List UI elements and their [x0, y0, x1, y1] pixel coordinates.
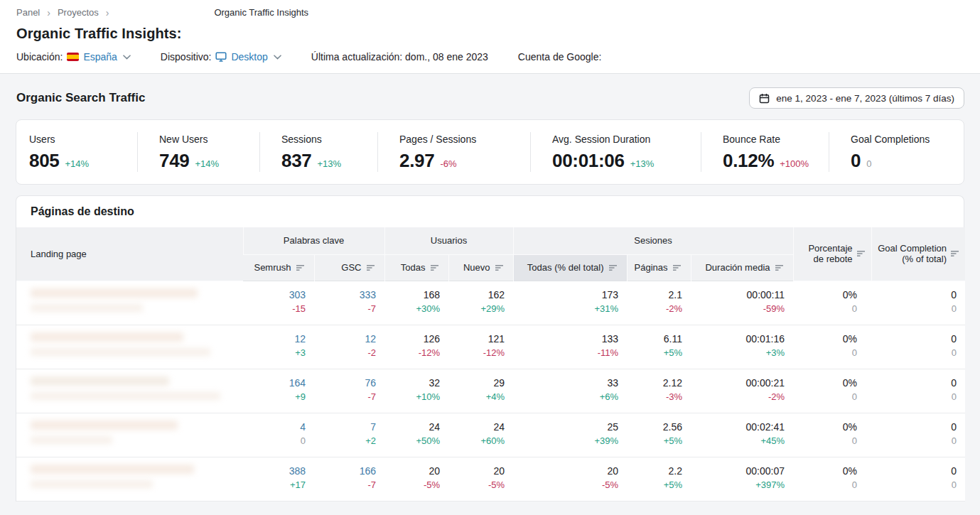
metric-users: Users805+14%: [16, 132, 137, 172]
landing-page-cell[interactable]: [16, 325, 243, 369]
column-header-users-all[interactable]: Todas: [384, 254, 448, 281]
cell-value: 20: [384, 465, 440, 478]
cell-value-link[interactable]: 4: [243, 421, 306, 434]
cell-delta: -7: [314, 302, 376, 316]
redacted-landing-page: [31, 480, 153, 488]
cell-delta: +31%: [513, 302, 618, 316]
cell-value: 00:01:16: [691, 332, 785, 346]
cell-value: 32: [384, 376, 440, 390]
cell-goal-completion: 00: [871, 369, 965, 413]
metric-pages-sessions: Pages / Sessions2.97-6%: [377, 132, 530, 172]
landing-pages-card: Páginas de destino Landing page Palabras…: [16, 195, 964, 502]
breadcrumb-current: Organic Traffic Insights: [214, 7, 308, 18]
cell-semrush[interactable]: 40: [243, 413, 314, 457]
column-header-goal-completion[interactable]: Goal Completion (% of total): [871, 227, 965, 281]
cell-gsc[interactable]: 76-7: [314, 369, 384, 413]
cell-gsc[interactable]: 166-7: [314, 457, 384, 501]
cell-delta: +397%: [691, 478, 785, 492]
metric-value: 837: [281, 150, 311, 172]
device-filter[interactable]: Dispositivo: Desktop: [161, 51, 281, 63]
cell-gsc[interactable]: 333-7: [314, 281, 384, 325]
table-row: 303-15333-7168+30%162+29%173+31%2.1-2%00…: [16, 281, 965, 325]
cell-value-link[interactable]: 333: [314, 288, 376, 302]
table-row: 407+224+50%24+60%25+39%2.56+5%00:02:41+4…: [16, 413, 965, 457]
cell-delta: +2: [314, 434, 376, 448]
cell-sessions-pages: 2.2+5%: [627, 457, 691, 501]
table-row: 388+17166-720-5%20-5%20-5%2.2+5%00:00:07…: [16, 457, 965, 501]
column-header-sessions-pages[interactable]: Páginas: [627, 254, 691, 281]
breadcrumb-proyectos[interactable]: Proyectos: [58, 7, 99, 18]
last-update-text: Última actualización: dom., 08 ene 2023: [311, 51, 488, 63]
cell-goal-completion: 00: [871, 457, 965, 501]
cell-value: 24: [448, 421, 505, 434]
device-filter-label: Dispositivo:: [161, 51, 212, 63]
metric-delta: 0: [866, 158, 871, 169]
goal-completion-header-label: Goal Completion (% of total): [878, 243, 947, 264]
cell-semrush[interactable]: 388+17: [243, 457, 314, 501]
column-header-bounce-rate[interactable]: Porcentaje de rebote: [793, 227, 871, 281]
column-header-sessions-all[interactable]: Todas (% del total): [513, 254, 627, 281]
cell-delta: +3: [243, 346, 306, 360]
cell-value-link[interactable]: 12: [243, 332, 306, 346]
date-range-button[interactable]: ene 1, 2023 - ene 7, 2023 (últimos 7 día…: [749, 87, 964, 109]
sort-icon: [775, 264, 784, 271]
landing-page-cell[interactable]: [16, 457, 243, 501]
metric-value: 0.12%: [723, 150, 774, 172]
cell-value: 25: [513, 421, 618, 434]
spain-flag-icon: [67, 53, 79, 61]
metric-value: 749: [159, 150, 189, 172]
cell-delta: +50%: [384, 434, 440, 448]
breadcrumb-panel[interactable]: Panel: [16, 7, 40, 18]
cell-value-link[interactable]: 303: [243, 288, 306, 302]
cell-delta: -7: [314, 390, 376, 404]
column-header-users-new[interactable]: Nuevo: [448, 254, 513, 281]
metric-value: 00:01:06: [552, 150, 625, 172]
cell-semrush[interactable]: 303-15: [243, 281, 314, 325]
cell-value-link[interactable]: 164: [243, 376, 306, 390]
cell-delta: 0: [871, 390, 957, 404]
redacted-landing-page: [31, 348, 210, 356]
cell-users-new: 29+4%: [448, 369, 513, 413]
metric-value: 0: [851, 150, 861, 172]
cell-goal-completion: 00: [871, 281, 965, 325]
sort-icon: [857, 250, 866, 257]
filter-bar: Ubicación: España Dispositivo: Desktop Ú…: [16, 51, 964, 63]
cell-delta: 0: [871, 478, 957, 492]
location-filter[interactable]: Ubicación: España: [16, 51, 131, 63]
cell-delta: -12%: [448, 346, 505, 360]
metric-label: Pages / Sessions: [399, 134, 522, 145]
cell-value-link[interactable]: 7: [314, 421, 376, 434]
cell-value-link[interactable]: 76: [314, 376, 376, 390]
cell-value: 0%: [793, 376, 857, 390]
cell-goal-completion: 00: [871, 325, 965, 369]
column-header-semrush[interactable]: Semrush: [243, 254, 314, 281]
cell-value-link[interactable]: 12: [314, 332, 376, 346]
column-header-avg-duration[interactable]: Duración media: [691, 254, 793, 281]
cell-delta: +3%: [691, 346, 785, 360]
cell-value: 126: [384, 332, 440, 346]
redacted-landing-page: [31, 376, 169, 386]
redacted-landing-page: [31, 288, 198, 298]
cell-value-link[interactable]: 388: [243, 465, 306, 478]
cell-value: 0%: [793, 332, 857, 346]
google-account-label: Cuenta de Google:: [518, 51, 602, 63]
redacted-landing-page: [31, 304, 143, 312]
metric-delta: +13%: [317, 158, 341, 169]
cell-semrush[interactable]: 164+9: [243, 369, 314, 413]
cell-value: 0: [871, 376, 957, 390]
metric-bounce-rate: Bounce Rate0.12%+100%: [701, 132, 829, 172]
cell-value-link[interactable]: 166: [314, 465, 376, 478]
cell-gsc[interactable]: 12-2: [314, 325, 384, 369]
chevron-down-icon: [274, 55, 281, 60]
cell-delta: -5%: [448, 478, 505, 492]
cell-semrush[interactable]: 12+3: [243, 325, 314, 369]
column-header-gsc[interactable]: GSC: [314, 254, 384, 281]
cell-delta: +17: [243, 478, 306, 492]
cell-users-new: 24+60%: [448, 413, 513, 457]
landing-page-cell[interactable]: [16, 281, 243, 325]
landing-page-cell[interactable]: [16, 413, 243, 457]
cell-users-all: 24+50%: [384, 413, 448, 457]
cell-goal-completion: 00: [871, 413, 965, 457]
cell-gsc[interactable]: 7+2: [314, 413, 384, 457]
landing-page-cell[interactable]: [16, 369, 243, 413]
